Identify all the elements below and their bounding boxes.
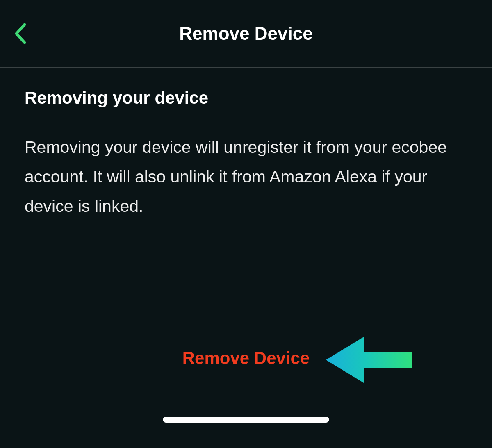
section-heading: Removing your device [25, 88, 467, 108]
body-text: Removing your device will unregister it … [25, 132, 467, 221]
remove-device-button[interactable]: Remove Device [182, 348, 310, 368]
chevron-left-icon [13, 23, 27, 45]
annotation-arrow-icon [326, 337, 412, 383]
home-indicator[interactable] [163, 417, 329, 423]
header-bar: Remove Device [0, 0, 492, 68]
page-title: Remove Device [179, 23, 312, 44]
content-area: Removing your device Removing your devic… [0, 68, 492, 221]
back-button[interactable] [10, 21, 30, 46]
svg-marker-0 [326, 337, 412, 383]
